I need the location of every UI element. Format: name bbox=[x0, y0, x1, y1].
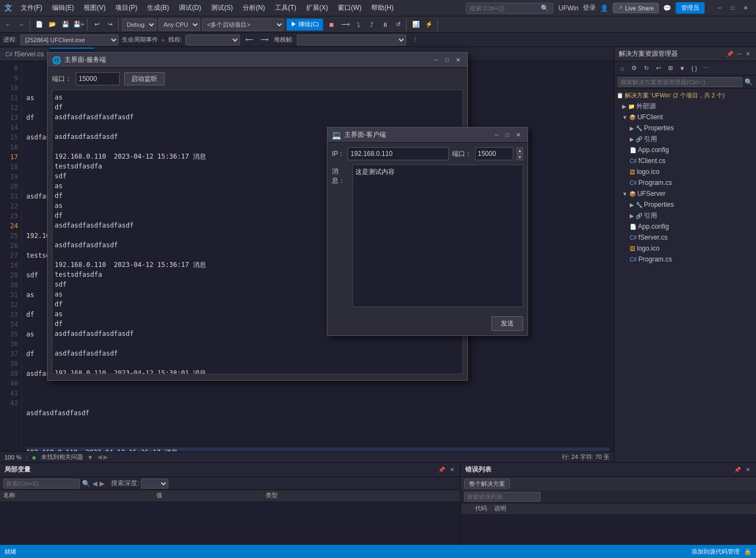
client-dialog-title-bar[interactable]: 💻 主界面-客户端 ─ □ ✕ bbox=[327, 127, 528, 143]
client-minimize-btn[interactable]: ─ bbox=[491, 130, 501, 140]
tree-ufclient-appconfig[interactable]: 📄 App.config bbox=[614, 144, 756, 155]
server-close-btn[interactable]: ✕ bbox=[453, 55, 463, 65]
stack-more[interactable]: ⋮ bbox=[409, 34, 421, 46]
locals-search-input[interactable] bbox=[3, 479, 80, 489]
tree-ufserver-logo[interactable]: 🖼 logo.ico bbox=[614, 243, 756, 254]
errors-close-btn[interactable]: ✕ bbox=[744, 466, 752, 473]
admin-button[interactable]: 管理员 bbox=[676, 2, 705, 14]
tree-ufserver-fserver[interactable]: C# fServer.cs bbox=[614, 232, 756, 243]
solution-close-button[interactable]: ✕ bbox=[744, 50, 752, 57]
save-button[interactable]: 💾 bbox=[60, 19, 72, 31]
solution-minimize-button[interactable]: ─ bbox=[736, 50, 743, 57]
thread-select[interactable] bbox=[185, 34, 240, 45]
sol-home-btn[interactable]: ⌂ bbox=[617, 63, 628, 74]
sol-props-btn[interactable]: ⚙ bbox=[629, 63, 640, 74]
forward-button[interactable]: → bbox=[15, 19, 27, 31]
save-all-button[interactable]: 💾+ bbox=[73, 19, 85, 31]
server-dialog-title-bar[interactable]: 🌐 主界面-服务端 ─ □ ✕ bbox=[48, 53, 467, 68]
menu-tools[interactable]: 工具(T) bbox=[271, 2, 301, 14]
filter-icon[interactable]: ▼ bbox=[87, 454, 93, 461]
server-restore-btn[interactable]: □ bbox=[442, 55, 452, 65]
server-port-input[interactable] bbox=[76, 72, 120, 85]
stop-button[interactable]: ⏹ bbox=[325, 19, 337, 31]
menu-build[interactable]: 生成(B) bbox=[143, 2, 173, 14]
locals-depth-select[interactable] bbox=[141, 479, 168, 489]
errors-pin-btn[interactable]: 📌 bbox=[732, 466, 742, 473]
back-button[interactable]: ← bbox=[2, 19, 14, 31]
sol-refresh-btn[interactable]: ↻ bbox=[641, 63, 652, 74]
perf-button[interactable]: ⚡ bbox=[423, 19, 435, 31]
startup-project-select[interactable]: <多个启动项目> bbox=[202, 19, 284, 31]
server-listen-button[interactable]: 启动监听 bbox=[124, 72, 165, 85]
open-button[interactable]: 📂 bbox=[46, 19, 58, 31]
tree-ufclient-refs[interactable]: ▶ 🔗 引用 bbox=[614, 133, 756, 144]
menu-debug[interactable]: 调试(D) bbox=[174, 2, 206, 14]
undo-button[interactable]: ↩ bbox=[91, 19, 103, 31]
minimize-button[interactable]: ─ bbox=[713, 3, 725, 14]
diag-button[interactable]: 📊 bbox=[410, 19, 422, 31]
continue-button[interactable]: ▶ 继续(C) bbox=[286, 19, 323, 31]
sol-more-btn[interactable]: ⋯ bbox=[701, 63, 712, 74]
errors-search-input[interactable] bbox=[464, 492, 541, 502]
menu-file[interactable]: 文件(F) bbox=[16, 2, 46, 14]
menu-edit[interactable]: 编辑(E) bbox=[48, 2, 78, 14]
login-label[interactable]: 登录 bbox=[583, 3, 596, 13]
client-msg-area[interactable]: 这是测试内容 bbox=[353, 165, 523, 307]
step-out-button[interactable]: ⤴ bbox=[366, 19, 378, 31]
tree-ufserver-appconfig[interactable]: 📄 App.config bbox=[614, 221, 756, 232]
live-share-button[interactable]: ↗ Live Share bbox=[613, 3, 659, 13]
tab-fserver[interactable]: C# fServer.cs bbox=[0, 48, 50, 61]
client-restore-btn[interactable]: □ bbox=[502, 130, 512, 140]
stack-select[interactable] bbox=[297, 34, 406, 45]
restore-button[interactable]: □ bbox=[726, 3, 739, 14]
solution-search-input[interactable] bbox=[618, 77, 742, 87]
tree-ufserver-program[interactable]: C# Program.cs bbox=[614, 254, 756, 265]
client-port-input[interactable] bbox=[475, 147, 513, 160]
port-up-btn[interactable]: ▲ bbox=[517, 147, 523, 154]
new-button[interactable]: 📄 bbox=[33, 19, 45, 31]
tree-ufserver[interactable]: ▼ 📦 UFServer bbox=[614, 188, 756, 199]
tree-solution-root[interactable]: 📋 解决方案 'UFWin' (2 个项目，共 2 个) bbox=[614, 90, 756, 101]
redo-button[interactable]: ↪ bbox=[104, 19, 116, 31]
port-down-btn[interactable]: ▼ bbox=[517, 154, 523, 160]
locals-search-nav-right[interactable]: ▶ bbox=[99, 480, 104, 487]
errors-scope-button[interactable]: 整个解决方案 bbox=[464, 479, 510, 489]
search-input[interactable] bbox=[470, 5, 541, 11]
tree-ufclient-properties[interactable]: ▶ 🔧 Properties bbox=[614, 123, 756, 133]
menu-analyze[interactable]: 分析(N) bbox=[238, 2, 269, 14]
tree-ufclient-fclient[interactable]: C# fClient.cs bbox=[614, 155, 756, 166]
menu-window[interactable]: 窗口(W) bbox=[333, 2, 366, 14]
menu-extend[interactable]: 扩展(X) bbox=[302, 2, 332, 14]
send-button[interactable]: 发送 bbox=[491, 316, 523, 331]
sol-filter-btn[interactable]: ⊞ bbox=[665, 63, 676, 74]
tree-ufclient-logo[interactable]: 🖼 logo.ico bbox=[614, 166, 756, 177]
menu-project[interactable]: 项目(P) bbox=[111, 2, 142, 14]
client-close-btn[interactable]: ✕ bbox=[513, 130, 523, 140]
pause-button[interactable]: ⏸ bbox=[379, 19, 391, 31]
tree-ufclient[interactable]: ▼ 📦 UFClient bbox=[614, 112, 756, 123]
sol-code-btn[interactable]: { } bbox=[689, 63, 700, 74]
cpu-target-select[interactable]: Any CPU bbox=[159, 19, 200, 31]
step-into-button[interactable]: ⤵ bbox=[353, 19, 365, 31]
locals-close-btn[interactable]: ✕ bbox=[448, 466, 456, 473]
add-to-source-label[interactable]: 添加到源代码管理 bbox=[691, 548, 740, 556]
locals-search-nav-left[interactable]: ◀ bbox=[92, 480, 97, 487]
tree-ufserver-properties[interactable]: ▶ 🔧 Properties bbox=[614, 199, 756, 210]
step-over-button[interactable]: ⟶ bbox=[339, 19, 351, 31]
debug-mode-select[interactable]: Debug bbox=[122, 19, 156, 31]
tree-external-sources[interactable]: ▶ 📁 外部源 bbox=[614, 101, 756, 112]
restart-button[interactable]: ↺ bbox=[392, 19, 404, 31]
menu-test[interactable]: 测试(S) bbox=[207, 2, 237, 14]
tree-ufserver-refs[interactable]: ▶ 🔗 引用 bbox=[614, 210, 756, 221]
menu-help[interactable]: 帮助(H) bbox=[367, 2, 398, 14]
close-button[interactable]: ✕ bbox=[740, 3, 752, 14]
menu-view[interactable]: 视图(V) bbox=[79, 2, 110, 14]
locals-pin-btn[interactable]: 📌 bbox=[437, 466, 447, 473]
tree-ufclient-program[interactable]: C# Program.cs bbox=[614, 177, 756, 188]
thread-nav[interactable]: ⟵ bbox=[243, 34, 255, 46]
sol-expand-btn[interactable]: ▼ bbox=[677, 63, 688, 74]
process-select[interactable]: [252864] UFClient.exe bbox=[20, 34, 119, 45]
thread-nav2[interactable]: ⟶ bbox=[259, 34, 271, 46]
sol-undo-btn[interactable]: ↩ bbox=[653, 63, 664, 74]
solution-pin-button[interactable]: 📌 bbox=[725, 50, 735, 57]
